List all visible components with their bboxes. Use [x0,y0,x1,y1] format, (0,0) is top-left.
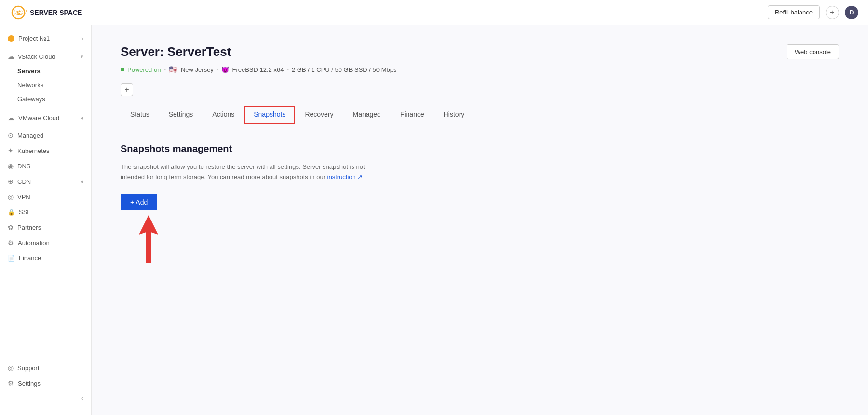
section-description: The snapshot will allow you to restore t… [121,162,371,182]
collapse-icon: ‹ [81,395,83,401]
project-dot [8,35,14,42]
meta-sep-1: • [163,66,166,73]
ssl-icon: 🔒 [8,209,15,216]
server-specs: 2 GB / 1 CPU / 50 GB SSD / 50 Mbps [292,66,396,73]
sidebar-group-vmware: ☁ VMware Cloud ◂ [0,108,91,127]
add-tag-button[interactable]: + [121,83,133,96]
vstack-icon: ☁ [8,53,14,60]
sidebar-group-vmware-header[interactable]: ☁ VMware Cloud ◂ [0,110,91,125]
sidebar-item-cdn[interactable]: ⊕ CDN ◂ [0,174,91,189]
kubernetes-icon: ✦ [8,147,14,154]
sidebar-item-managed[interactable]: ⊙ Managed [0,127,91,143]
main-content: Server: ServerTest Web console Powered o… [92,25,868,415]
sidebar: Project №1 › ☁ vStack Cloud ▾ Servers Ne… [0,25,92,415]
sidebar-item-partners[interactable]: ✿ Partners [0,220,91,235]
bsd-icon: 😈 [221,66,229,73]
status-powered: Powered on [127,66,161,73]
snapshots-section: Snapshots management The snapshot will a… [121,143,839,210]
add-snapshot-container: + Add [121,194,157,210]
vpn-icon: ◎ [8,193,14,201]
sidebar-group-vstack-label: vStack Cloud [18,53,77,60]
server-meta: Powered on • 🇺🇸 New Jersey • 😈 FreeBSD 1… [121,65,839,74]
dns-icon: ◉ [8,162,14,170]
server-title: Server: ServerTest [121,44,231,59]
logo-text: SERVER SPACE [30,9,82,16]
sidebar-group-vstack: ☁ vStack Cloud ▾ Servers Networks Gatewa… [0,47,91,108]
sidebar-group-vstack-header[interactable]: ☁ vStack Cloud ▾ [0,49,91,64]
instruction-link[interactable]: instruction ↗ [327,173,363,180]
managed-icon: ⊙ [8,131,14,139]
meta-sep-2: • [217,66,219,73]
sidebar-item-dns[interactable]: ◉ DNS [0,158,91,174]
tab-finance[interactable]: Finance [391,106,434,124]
refill-balance-button[interactable]: Refill balance [768,5,820,19]
vmware-arrow: ◂ [81,115,83,121]
tab-actions[interactable]: Actions [203,106,244,124]
partners-icon: ✿ [8,223,14,231]
logo: S SERVER SPACE SERVER SPACE [10,4,82,21]
project-label: Project №1 [18,35,78,42]
sidebar-item-support[interactable]: ◎ Support [0,360,91,375]
svg-marker-5 [139,215,158,263]
sidebar-project[interactable]: Project №1 › [0,30,91,47]
sidebar-item-automation[interactable]: ⚙ Automation [0,235,91,250]
sidebar-item-finance[interactable]: 📄 Finance [0,250,91,265]
meta-sep-3: • [286,66,289,73]
top-bar: S SERVER SPACE SERVER SPACE Refill balan… [0,0,868,25]
tab-history[interactable]: History [434,106,475,124]
sidebar-bottom: ◎ Support ⚙ Settings ‹ [0,352,91,410]
flag-icon: 🇺🇸 [169,65,178,74]
sidebar-item-gateways[interactable]: Gateways [0,92,91,106]
automation-icon: ⚙ [8,239,14,247]
project-arrow: › [81,35,83,42]
sidebar-group-vmware-label: VMware Cloud [18,114,77,122]
arrow-indicator [134,215,163,265]
main-layout: Project №1 › ☁ vStack Cloud ▾ Servers Ne… [0,25,868,415]
tabs: Status Settings Actions Snapshots Recove… [121,106,839,124]
arrow-svg [134,215,163,263]
svg-text:SERVER: SERVER [14,9,27,13]
vstack-arrow: ▾ [81,54,83,60]
tab-recovery[interactable]: Recovery [295,106,343,124]
finance-icon: 📄 [8,255,15,262]
sidebar-item-settings[interactable]: ⚙ Settings [0,375,91,391]
web-console-button[interactable]: Web console [787,44,839,59]
add-button[interactable]: + [826,6,839,19]
sidebar-divider [0,356,91,356]
svg-text:SPACE: SPACE [14,13,26,16]
add-snapshot-button[interactable]: + Add [121,194,157,210]
sidebar-item-vpn[interactable]: ◎ VPN [0,189,91,205]
tab-snapshots[interactable]: Snapshots [244,106,295,124]
app-layout: S SERVER SPACE SERVER SPACE Refill balan… [0,0,868,415]
status-dot [121,68,124,71]
sidebar-item-kubernetes[interactable]: ✦ Kubernetes [0,143,91,158]
tab-status[interactable]: Status [121,106,159,124]
tab-settings[interactable]: Settings [159,106,203,124]
top-bar-right: Refill balance + D [768,5,858,19]
logo-icon: S SERVER SPACE [10,4,27,21]
cdn-icon: ⊕ [8,178,14,185]
sidebar-item-ssl[interactable]: 🔒 SSL [0,205,91,220]
section-title: Snapshots management [121,143,839,154]
vmware-icon: ☁ [8,114,14,122]
server-os: FreeBSD 12.2 x64 [232,66,284,73]
server-header: Server: ServerTest Web console [121,44,839,59]
sidebar-item-networks[interactable]: Networks [0,78,91,92]
support-icon: ◎ [8,364,14,372]
settings-icon: ⚙ [8,379,14,387]
sidebar-item-servers[interactable]: Servers [0,64,91,78]
tab-managed[interactable]: Managed [343,106,391,124]
server-location: New Jersey [181,66,214,73]
sidebar-collapse-button[interactable]: ‹ [0,391,91,405]
avatar[interactable]: D [845,6,858,19]
